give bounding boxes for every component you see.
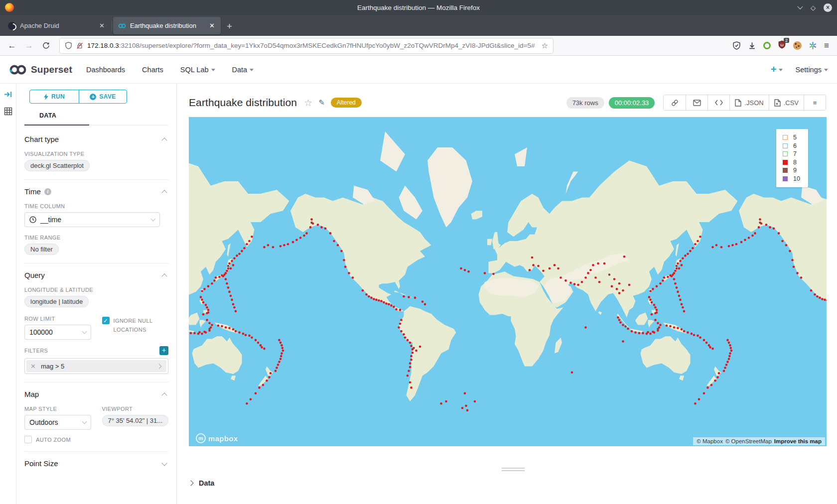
deckgl-map[interactable]: 5678910 m mapbox © Mapbox © OpenStreetMa… (189, 117, 827, 446)
auto-zoom-checkbox-row[interactable]: AUTO ZOOM (24, 436, 168, 443)
earthquake-point[interactable] (716, 376, 719, 378)
earthquake-point[interactable] (659, 282, 662, 285)
earthquake-point[interactable] (698, 398, 700, 401)
earthquake-point[interactable] (231, 299, 233, 301)
earthquake-point[interactable] (207, 309, 210, 311)
earthquake-point[interactable] (412, 352, 414, 354)
section-map-header[interactable]: Map (24, 390, 168, 398)
earthquake-point[interactable] (385, 302, 388, 305)
earthquake-point[interactable] (554, 264, 556, 266)
earthquake-point[interactable] (193, 332, 196, 335)
earthquake-point[interactable] (248, 240, 251, 243)
earthquake-point[interactable] (617, 316, 619, 319)
favorite-star-icon[interactable]: ☆ (304, 97, 312, 109)
earthquake-point[interactable] (279, 245, 282, 248)
earthquake-point[interactable] (781, 240, 784, 243)
earthquake-point[interactable] (703, 392, 705, 395)
section-query-header[interactable]: Query (24, 271, 168, 279)
attribution-osm[interactable]: © OpenStreetMap (725, 438, 772, 444)
earthquake-point[interactable] (202, 301, 205, 304)
earthquake-point[interactable] (465, 404, 467, 407)
earthquake-point[interactable] (687, 331, 689, 334)
earthquake-point[interactable] (410, 359, 413, 361)
earthquake-point[interactable] (395, 308, 398, 311)
attribution-mapbox[interactable]: © Mapbox (697, 438, 723, 444)
window-minimize-button[interactable] (797, 3, 803, 9)
viz-type-value[interactable]: deck.gl Scatterplot (24, 160, 90, 171)
earthquake-point[interactable] (310, 222, 313, 224)
earthquake-point[interactable] (203, 288, 206, 290)
earthquake-point[interactable] (206, 319, 208, 321)
earthquake-point[interactable] (796, 272, 799, 274)
extension-green-ring-icon[interactable] (763, 42, 771, 49)
earthquake-point[interactable] (203, 331, 206, 333)
earthquake-point[interactable] (202, 313, 205, 316)
earthquake-point[interactable] (218, 276, 221, 278)
checkbox-checked-icon[interactable]: ✓ (102, 317, 110, 324)
earthquake-point[interactable] (608, 273, 611, 276)
earthquake-point[interactable] (647, 331, 649, 334)
earthquake-point[interactable] (207, 311, 210, 314)
earthquake-point[interactable] (708, 344, 710, 347)
earthquake-point[interactable] (201, 290, 203, 292)
dataset-grid-icon[interactable] (4, 107, 12, 116)
tab-close-icon[interactable]: ✕ (208, 22, 216, 29)
earthquake-point[interactable] (276, 367, 278, 369)
earthquake-point[interactable] (549, 267, 551, 270)
earthquake-point[interactable] (649, 290, 652, 292)
earthquake-point[interactable] (638, 332, 641, 335)
earthquake-point[interactable] (388, 303, 390, 306)
earthquake-point[interactable] (657, 322, 659, 325)
copy-link-button[interactable] (664, 95, 686, 110)
earthquake-point[interactable] (791, 259, 794, 261)
earthquake-point[interactable] (310, 218, 313, 221)
earthquake-point[interactable] (228, 291, 231, 293)
earthquake-point[interactable] (208, 322, 211, 325)
earthquake-point[interactable] (201, 299, 203, 301)
earthquake-point[interactable] (697, 335, 699, 337)
earthquake-point[interactable] (232, 264, 235, 266)
earthquake-point[interactable] (691, 333, 693, 335)
earthquake-point[interactable] (581, 281, 583, 283)
map-style-select[interactable]: Outdoors (24, 415, 91, 430)
earthquake-point[interactable] (669, 325, 672, 328)
earthquake-point[interactable] (687, 252, 689, 255)
earthquake-point[interactable] (415, 350, 418, 352)
earthquake-point[interactable] (679, 299, 682, 301)
earthquake-point[interactable] (731, 244, 734, 247)
earthquake-point[interactable] (785, 244, 788, 247)
earthquake-point[interactable] (235, 330, 237, 333)
earthquake-point[interactable] (408, 370, 410, 372)
earthquake-point[interactable] (649, 299, 652, 301)
earthquake-point[interactable] (227, 286, 230, 289)
row-limit-select[interactable]: 100000 (24, 325, 91, 340)
time-column-select[interactable]: __time (24, 212, 160, 227)
embed-code-button[interactable] (707, 95, 729, 110)
forward-button[interactable]: → (22, 39, 36, 53)
earthquake-point[interactable] (258, 386, 261, 389)
earthquake-point[interactable] (409, 381, 412, 383)
earthquake-point[interactable] (676, 265, 678, 267)
earthquake-point[interactable] (255, 339, 257, 342)
earthquake-point[interactable] (663, 276, 666, 279)
earthquake-point[interactable] (592, 264, 594, 266)
window-maximize-button[interactable]: ◇ (811, 4, 816, 11)
earthquake-point[interactable] (409, 366, 412, 369)
tracking-shield-icon[interactable] (65, 42, 72, 49)
earthquake-point[interactable] (748, 237, 750, 239)
earthquake-point[interactable] (409, 362, 412, 365)
earthquake-point[interactable] (213, 279, 216, 282)
earthquake-point[interactable] (569, 282, 572, 284)
earthquake-point[interactable] (460, 267, 462, 270)
earthquake-point[interactable] (492, 273, 495, 275)
earthquake-point[interactable] (407, 339, 409, 342)
earthquake-point[interactable] (613, 278, 616, 280)
expand-panel-icon[interactable] (4, 91, 12, 98)
earthquake-point[interactable] (706, 386, 709, 389)
earthquake-point[interactable] (305, 232, 308, 235)
earthquake-point[interactable] (231, 260, 233, 262)
earthquake-point[interactable] (557, 267, 559, 270)
earthquake-point[interactable] (410, 386, 413, 389)
tab-apache-druid[interactable]: Apache Druid ✕ (3, 17, 111, 34)
url-bar[interactable]: 172.18.0.3:32108/superset/explore/?form_… (60, 38, 553, 53)
